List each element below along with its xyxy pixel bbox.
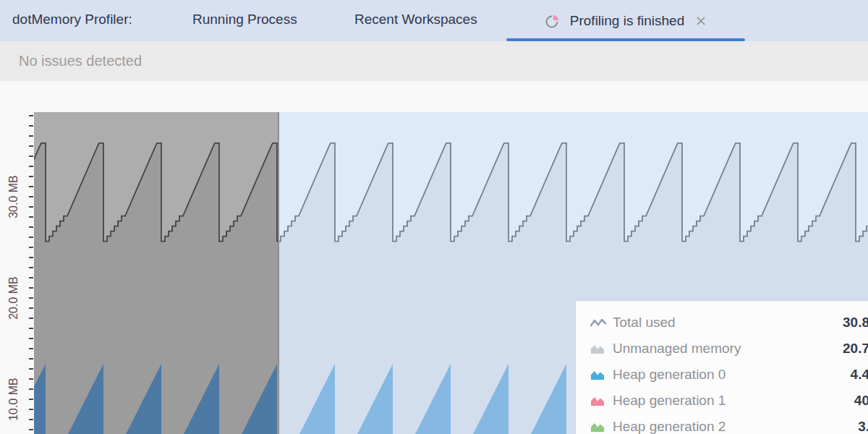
legend-item-value: 30.8	[843, 315, 868, 331]
axis-minor-tick	[29, 338, 33, 339]
status-message: No issues detected	[19, 53, 142, 69]
axis-minor-tick	[29, 247, 33, 248]
axis-minor-tick	[29, 328, 33, 329]
axis-minor-tick	[29, 399, 33, 400]
chart-legend: Total used30.8Unmanaged memory20.7Heap g…	[575, 300, 868, 434]
axis-minor-tick	[29, 297, 33, 299]
axis-tick-label: 30.0 MB	[7, 175, 20, 218]
axis-minor-tick	[29, 348, 33, 349]
legend-item-value: 4.4	[851, 367, 868, 383]
axis-minor-tick	[29, 226, 33, 228]
legend-item-label: Heap generation 1	[613, 393, 726, 409]
axis-minor-tick	[29, 419, 33, 420]
axis-minor-tick	[29, 358, 33, 359]
app-title: dotMemory Profiler:	[12, 0, 132, 41]
tab-profiling-finished[interactable]: Profiling is finished	[506, 0, 745, 41]
legend-item: Unmanaged memory20.7	[590, 336, 868, 362]
legend-item-value: 40	[854, 393, 868, 409]
profiling-pie-icon	[545, 12, 561, 30]
axis-tick-label: 20.0 MB	[7, 276, 20, 320]
legend-item: Total used30.8	[590, 310, 868, 336]
axis-minor-tick	[29, 115, 33, 116]
legend-item-value: 3.	[858, 419, 868, 434]
tab-recent-workspaces[interactable]: Recent Workspaces	[354, 0, 477, 41]
axis-minor-tick	[29, 125, 33, 127]
dotmemory-window: dotMemory Profiler: Running Process Rece…	[0, 0, 868, 434]
axis-minor-tick	[29, 378, 33, 380]
axis-minor-tick	[29, 196, 33, 197]
tab-running-process[interactable]: Running Process	[192, 0, 297, 41]
axis-minor-tick	[29, 237, 33, 238]
axis-minor-tick	[29, 429, 33, 430]
axis-minor-tick	[29, 318, 33, 319]
legend-item-value: 20.7	[843, 341, 868, 357]
axis-minor-tick	[29, 135, 33, 137]
area-icon	[590, 369, 608, 380]
legend-item-label: Total used	[613, 315, 676, 331]
legend-item-label: Unmanaged memory	[613, 341, 741, 357]
status-bar: No issues detected	[0, 41, 868, 81]
legend-item-label: Heap generation 0	[613, 367, 726, 383]
y-axis: 10.0 MB20.0 MB30.0 MB	[0, 112, 34, 434]
legend-item: Heap generation 23.	[590, 414, 868, 434]
axis-minor-tick	[29, 176, 33, 177]
axis-minor-tick	[29, 166, 33, 167]
legend-item: Heap generation 04.4	[590, 362, 868, 388]
axis-minor-tick	[29, 368, 33, 370]
axis-minor-tick	[29, 257, 33, 258]
tab-bar: dotMemory Profiler: Running Process Rece…	[0, 0, 868, 41]
area-icon	[590, 421, 608, 433]
axis-minor-tick	[29, 216, 33, 218]
axis-minor-tick	[29, 388, 33, 390]
selection-right-edge	[278, 112, 279, 434]
legend-item-label: Heap generation 2	[613, 419, 726, 434]
area-icon	[590, 343, 608, 354]
axis-minor-tick	[29, 277, 33, 278]
axis-minor-tick	[29, 145, 33, 147]
axis-minor-tick	[29, 156, 33, 157]
area-icon	[590, 395, 608, 407]
axis-tick-label: 10.0 MB	[7, 378, 20, 421]
axis-minor-tick	[29, 409, 33, 410]
legend-item: Heap generation 140	[590, 388, 868, 414]
axis-minor-tick	[29, 307, 33, 309]
axis-minor-tick	[29, 206, 33, 208]
axis-minor-tick	[29, 267, 33, 268]
axis-minor-tick	[29, 186, 33, 187]
axis-minor-tick	[29, 287, 33, 289]
zigzag-line-icon	[590, 317, 608, 328]
tab-label: Profiling is finished	[570, 1, 684, 41]
close-icon[interactable]	[695, 15, 707, 27]
